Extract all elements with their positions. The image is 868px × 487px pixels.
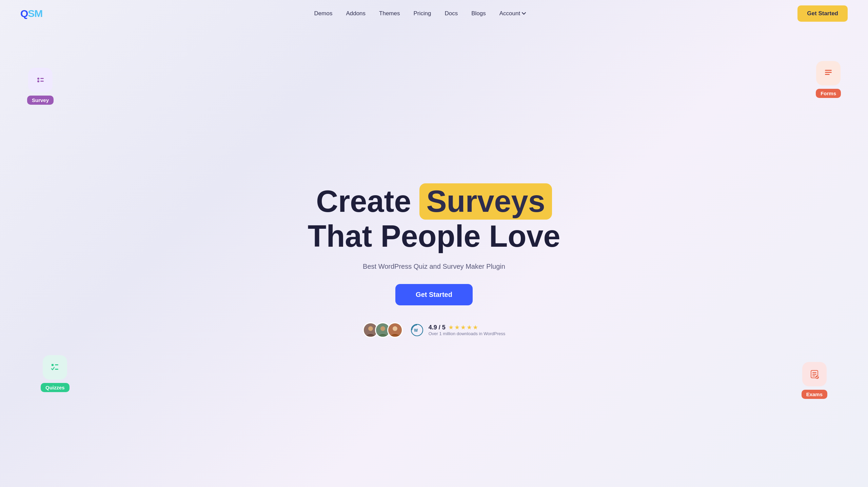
nav-docs[interactable]: Docs: [445, 10, 458, 17]
svg-point-1: [37, 80, 39, 82]
forms-icon: [822, 67, 834, 79]
svg-text:W: W: [414, 328, 418, 333]
nav-get-started-button[interactable]: Get Started: [797, 5, 848, 22]
exams-card-label: Exams: [802, 390, 827, 399]
survey-card-label: Survey: [27, 96, 54, 105]
hero-get-started-button[interactable]: Get Started: [395, 284, 473, 305]
svg-rect-6: [825, 74, 830, 75]
nav-demos[interactable]: Demos: [314, 10, 333, 17]
svg-rect-5: [825, 72, 832, 73]
nav-pricing[interactable]: Pricing: [413, 10, 431, 17]
svg-rect-2: [40, 78, 44, 79]
rating-score: 4.9 / 5: [429, 324, 446, 331]
quizzes-card: Quizzes: [41, 355, 70, 392]
rating-text: 4.9 / 5 ★★★★★ Over 1 million downloads i…: [429, 324, 506, 336]
exams-card: Exams: [802, 362, 827, 399]
survey-card-icon-box: [28, 68, 53, 92]
nav-links: Demos Addons Themes Pricing Docs Blogs A…: [314, 10, 526, 17]
hero-title: Create Surveys That People Love: [308, 183, 560, 253]
nav-themes[interactable]: Themes: [379, 10, 400, 17]
nav-account[interactable]: Account: [499, 10, 526, 17]
navbar: Q SM Demos Addons Themes Pricing Docs Bl…: [0, 0, 868, 27]
avatars: [363, 322, 403, 338]
rating-row: W 4.9 / 5 ★★★★★ Over 1 million downloads…: [363, 322, 506, 338]
svg-point-16: [368, 326, 373, 331]
hero-subtitle: Best WordPress Quiz and Survey Maker Plu…: [363, 263, 505, 270]
wordpress-icon: W: [411, 324, 423, 336]
logo[interactable]: Q SM: [20, 8, 42, 19]
svg-rect-13: [812, 376, 815, 377]
quizzes-card-icon-box: [43, 355, 67, 380]
avatar-3: [387, 322, 403, 338]
survey-icon: [34, 74, 46, 86]
svg-rect-8: [55, 364, 58, 365]
nav-addons[interactable]: Addons: [346, 10, 366, 17]
svg-rect-9: [55, 369, 58, 370]
nav-blogs[interactable]: Blogs: [471, 10, 486, 17]
svg-point-20: [393, 326, 397, 331]
svg-rect-4: [825, 70, 832, 71]
survey-card: Survey: [27, 68, 54, 105]
svg-point-18: [380, 326, 385, 331]
exams-icon: [808, 368, 821, 380]
forms-card-icon-box: [816, 61, 841, 85]
forms-card: Forms: [816, 61, 841, 98]
chevron-down-icon: [522, 12, 526, 15]
quizzes-icon: [49, 361, 61, 373]
svg-point-0: [37, 78, 39, 80]
exams-card-icon-box: [802, 362, 827, 386]
svg-rect-3: [40, 81, 44, 82]
rating-stars: ★★★★★: [448, 324, 479, 331]
hero-section: Survey Forms Quizzes: [0, 27, 868, 487]
svg-rect-7: [52, 364, 54, 366]
forms-card-label: Forms: [816, 89, 841, 98]
rating-downloads: Over 1 million downloads in WordPress: [429, 331, 506, 336]
quizzes-card-label: Quizzes: [41, 383, 70, 392]
svg-rect-11: [812, 372, 816, 373]
svg-rect-12: [812, 374, 816, 375]
